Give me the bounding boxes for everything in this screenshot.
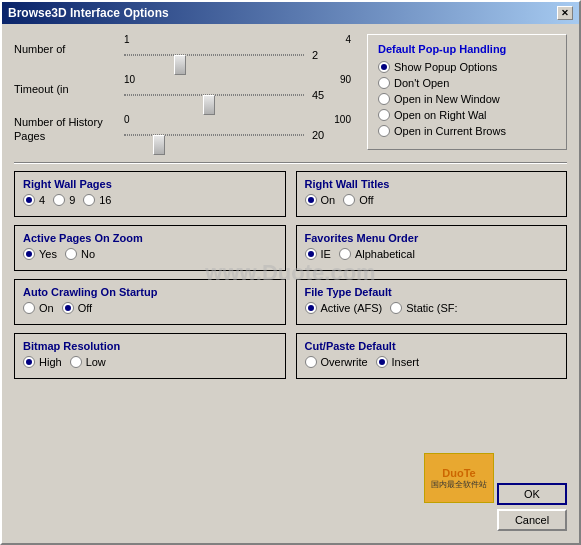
group-active-pages-zoom-title: Active Pages On Zoom <box>23 232 277 244</box>
title-bar-buttons: ✕ <box>557 6 573 20</box>
main-window: Browse3D Interface Options ✕ Number of 1… <box>0 0 581 545</box>
popup-option-3[interactable]: Open on Right Wal <box>378 109 556 121</box>
group-bitmap-resolution-options: High Low <box>23 356 277 372</box>
group-file-type-default-options: Active (AFS) Static (SF: <box>305 302 559 318</box>
ac-option-on[interactable]: On <box>23 302 54 314</box>
popup-radio-4[interactable] <box>378 125 390 137</box>
slider-timeout-value: 45 <box>312 89 324 101</box>
title-bar: Browse3D Interface Options ✕ <box>2 2 579 24</box>
popup-radio-2[interactable] <box>378 93 390 105</box>
slider-history-value: 20 <box>312 129 324 141</box>
group-right-wall-pages: Right Wall Pages 4 9 16 <box>14 171 286 217</box>
popup-option-4[interactable]: Open in Current Brows <box>378 125 556 137</box>
group-cut-paste-default: Cut/Paste Default Overwrite Insert <box>296 333 568 379</box>
slider-history-dots <box>124 134 304 136</box>
rwp-radio-16[interactable] <box>83 194 95 206</box>
slider-number-of: Number of 1 4 2 <box>14 34 351 64</box>
fmo-radio-ie[interactable] <box>305 248 317 260</box>
rwp-radio-9[interactable] <box>53 194 65 206</box>
popup-title: Default Pop-up Handling <box>378 43 556 55</box>
rwp-option-4[interactable]: 4 <box>23 194 45 206</box>
slider-timeout-label: Timeout (in <box>14 83 124 95</box>
slider-timeout-track: 45 <box>124 86 351 104</box>
ftd-option-static[interactable]: Static (SF: <box>390 302 457 314</box>
sliders-section: Number of 1 4 2 <box>14 34 351 156</box>
slider-timeout-thumb[interactable] <box>203 95 215 115</box>
slider-number-of-track: 2 <box>124 46 351 64</box>
popup-option-1[interactable]: Don't Open <box>378 77 556 89</box>
ftd-radio-active[interactable] <box>305 302 317 314</box>
fmo-option-alpha[interactable]: Alphabetical <box>339 248 415 260</box>
apz-radio-no[interactable] <box>65 248 77 260</box>
popup-option-0[interactable]: Show Popup Options <box>378 61 556 73</box>
group-favorites-menu-order-options: IE Alphabetical <box>305 248 559 264</box>
cpd-radio-overwrite[interactable] <box>305 356 317 368</box>
br-option-low[interactable]: Low <box>70 356 106 368</box>
slider-timeout-dots <box>124 94 304 96</box>
ac-radio-on[interactable] <box>23 302 35 314</box>
slider-history-container: 0 100 20 <box>124 114 351 144</box>
apz-option-yes[interactable]: Yes <box>23 248 57 260</box>
group-right-wall-pages-title: Right Wall Pages <box>23 178 277 190</box>
cpd-radio-insert[interactable] <box>376 356 388 368</box>
group-bitmap-resolution-title: Bitmap Resolution <box>23 340 277 352</box>
group-favorites-menu-order: Favorites Menu Order IE Alphabetical <box>296 225 568 271</box>
content-area: Number of 1 4 2 <box>2 24 579 389</box>
group-favorites-menu-order-title: Favorites Menu Order <box>305 232 559 244</box>
slider-history-label: Number of HistoryPages <box>14 115 124 144</box>
slider-number-of-dots <box>124 54 304 56</box>
slider-number-of-label: Number of <box>14 43 124 55</box>
bottom-buttons: OK Cancel <box>497 483 567 531</box>
rwt-option-on[interactable]: On <box>305 194 336 206</box>
ftd-radio-static[interactable] <box>390 302 402 314</box>
slider-history: Number of HistoryPages 0 100 20 <box>14 114 351 144</box>
group-cut-paste-default-options: Overwrite Insert <box>305 356 559 372</box>
ac-option-off[interactable]: Off <box>62 302 92 314</box>
cancel-button[interactable]: Cancel <box>497 509 567 531</box>
group-right-wall-titles-title: Right Wall Titles <box>305 178 559 190</box>
group-auto-crawling: Auto Crawling On Startup On Off <box>14 279 286 325</box>
ok-button[interactable]: OK <box>497 483 567 505</box>
br-option-high[interactable]: High <box>23 356 62 368</box>
rwt-option-off[interactable]: Off <box>343 194 373 206</box>
logo-box: DuoTe 国内最全软件站 <box>424 453 494 503</box>
group-right-wall-pages-options: 4 9 16 <box>23 194 277 210</box>
group-active-pages-zoom-options: Yes No <box>23 248 277 264</box>
ac-radio-off[interactable] <box>62 302 74 314</box>
popup-radio-1[interactable] <box>378 77 390 89</box>
popup-panel: Default Pop-up Handling Show Popup Optio… <box>367 34 567 156</box>
close-button[interactable]: ✕ <box>557 6 573 20</box>
fmo-radio-alpha[interactable] <box>339 248 351 260</box>
rwp-radio-4[interactable] <box>23 194 35 206</box>
slider-timeout-range: 10 90 <box>124 74 351 85</box>
group-auto-crawling-options: On Off <box>23 302 277 318</box>
divider-1 <box>14 162 567 163</box>
popup-radio-3[interactable] <box>378 109 390 121</box>
cpd-option-overwrite[interactable]: Overwrite <box>305 356 368 368</box>
apz-radio-yes[interactable] <box>23 248 35 260</box>
group-right-wall-titles: Right Wall Titles On Off <box>296 171 568 217</box>
rwp-option-16[interactable]: 16 <box>83 194 111 206</box>
br-radio-low[interactable] <box>70 356 82 368</box>
slider-timeout: Timeout (in 10 90 45 <box>14 74 351 104</box>
fmo-option-ie[interactable]: IE <box>305 248 331 260</box>
rwp-option-9[interactable]: 9 <box>53 194 75 206</box>
slider-history-track: 20 <box>124 126 351 144</box>
ftd-option-active[interactable]: Active (AFS) <box>305 302 383 314</box>
slider-timeout-container: 10 90 45 <box>124 74 351 104</box>
slider-number-of-container: 1 4 2 <box>124 34 351 64</box>
apz-option-no[interactable]: No <box>65 248 95 260</box>
slider-history-range: 0 100 <box>124 114 351 125</box>
br-radio-high[interactable] <box>23 356 35 368</box>
cpd-option-insert[interactable]: Insert <box>376 356 420 368</box>
group-cut-paste-default-title: Cut/Paste Default <box>305 340 559 352</box>
slider-number-of-range: 1 4 <box>124 34 351 45</box>
rwt-radio-off[interactable] <box>343 194 355 206</box>
options-grid: Right Wall Pages 4 9 16 <box>14 171 567 379</box>
rwt-radio-on[interactable] <box>305 194 317 206</box>
popup-option-2[interactable]: Open in New Window <box>378 93 556 105</box>
group-file-type-default-title: File Type Default <box>305 286 559 298</box>
slider-history-thumb[interactable] <box>153 135 165 155</box>
popup-radio-0[interactable] <box>378 61 390 73</box>
slider-number-of-thumb[interactable] <box>174 55 186 75</box>
